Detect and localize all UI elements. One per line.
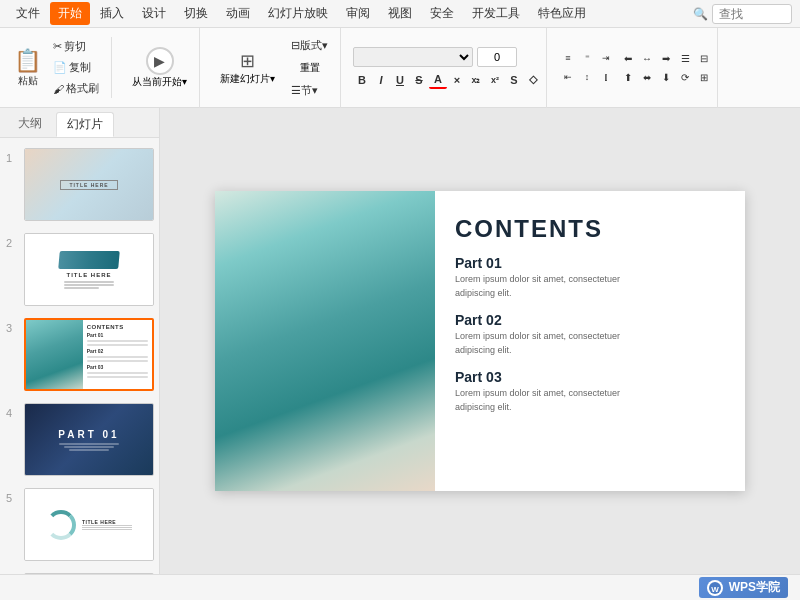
menu-insert[interactable]: 插入: [92, 2, 132, 25]
slide-item-4[interactable]: 4 PART 01: [4, 401, 155, 478]
slide-part-3-text: Lorem ipsum dolor sit amet, consectetuer…: [455, 387, 635, 414]
slide-thumb-6: TITLE HERE: [24, 573, 154, 574]
layout-button[interactable]: ⊟ 版式▾: [287, 36, 332, 55]
wps-badge[interactable]: W WPS学院: [699, 577, 788, 598]
title-bar: 文件 开始 插入 设计 切换 动画 幻灯片放映 审阅 视图 安全 开发工具 特色…: [0, 0, 800, 28]
copy-button[interactable]: 📄 复制: [49, 58, 103, 77]
slide-item-5[interactable]: 5 TITLE HERE: [4, 486, 155, 563]
align-justify-button[interactable]: ☰: [676, 49, 694, 67]
paste-icon: 📋: [14, 48, 41, 74]
copy-icon: 📄: [53, 61, 67, 74]
menu-design[interactable]: 设计: [134, 2, 174, 25]
smart-art-button[interactable]: ⊞: [695, 68, 713, 86]
cut-button[interactable]: ✂ 剪切: [49, 37, 103, 56]
list-buttons: ≡ ⁼ ⇥ ⇤ ↕ ⫿: [559, 49, 615, 86]
reset-label: 重置: [300, 61, 320, 75]
new-slide-icon: ⊞: [240, 50, 255, 72]
numbered-list-button[interactable]: ⁼: [578, 49, 596, 67]
slide-part-1: Part 01 Lorem ipsum dolor sit amet, cons…: [455, 255, 725, 300]
clipboard-group: 📋 粘贴 ✂ 剪切 📄 复制 🖌 格式刷: [8, 37, 112, 98]
menu-file[interactable]: 文件: [8, 2, 48, 25]
slide-canvas[interactable]: CONTENTS Part 01 Lorem ipsum dolor sit a…: [215, 191, 745, 491]
text-shadow-button[interactable]: S: [505, 71, 523, 89]
play-from-current-button[interactable]: ▶ 从当前开始▾: [124, 43, 195, 93]
clear-format-button[interactable]: ×: [448, 71, 466, 89]
font-family-select[interactable]: [353, 47, 473, 67]
format-painter-button[interactable]: 🖌 格式刷: [49, 79, 103, 98]
slide-part-3: Part 03 Lorem ipsum dolor sit amet, cons…: [455, 369, 725, 414]
menu-view[interactable]: 视图: [380, 2, 420, 25]
layout-label: 版式▾: [300, 38, 328, 53]
valign-bottom-button[interactable]: ⬇: [657, 68, 675, 86]
superscript-button[interactable]: x²: [486, 71, 504, 89]
cut-label: 剪切: [64, 39, 86, 54]
slide-item-1[interactable]: 1 TITLE HERE: [4, 146, 155, 223]
slide-part-2: Part 02 Lorem ipsum dolor sit amet, cons…: [455, 312, 725, 357]
menu-devtools[interactable]: 开发工具: [464, 2, 528, 25]
new-slide-label: 新建幻灯片▾: [220, 72, 275, 86]
slide-part-1-title: Part 01: [455, 255, 725, 271]
menu-bar: 文件 开始 插入 设计 切换 动画 幻灯片放映 审阅 视图 安全 开发工具 特色…: [8, 2, 594, 25]
shape-text-button[interactable]: ◇: [524, 71, 542, 89]
columns-button[interactable]: ⫿: [597, 68, 615, 86]
clipboard-sub-group: ✂ 剪切 📄 复制 🖌 格式刷: [49, 37, 103, 98]
underline-button[interactable]: U: [391, 71, 409, 89]
line-spacing-button[interactable]: ↕: [578, 68, 596, 86]
paragraph-group: ≡ ⁼ ⇥ ⇤ ↕ ⫿ ⬅ ↔ ➡ ☰ ⊟ ⬆ ⬌ ⬇ ⟳ ⊞: [555, 28, 718, 108]
menu-review[interactable]: 审阅: [338, 2, 378, 25]
menu-transition[interactable]: 切换: [176, 2, 216, 25]
section-label: 节▾: [301, 83, 318, 98]
text-direction-button[interactable]: ⟳: [676, 68, 694, 86]
align-distribute-button[interactable]: ⊟: [695, 49, 713, 67]
indent-decrease-button[interactable]: ⇤: [559, 68, 577, 86]
new-slide-button[interactable]: ⊞ 新建幻灯片▾: [212, 48, 283, 88]
tab-slides[interactable]: 幻灯片: [56, 112, 114, 137]
canvas-area[interactable]: CONTENTS Part 01 Lorem ipsum dolor sit a…: [160, 108, 800, 574]
valign-top-button[interactable]: ⬆: [619, 68, 637, 86]
menu-start[interactable]: 开始: [50, 2, 90, 25]
bold-button[interactable]: B: [353, 71, 371, 89]
search-input[interactable]: [712, 4, 792, 24]
svg-text:W: W: [711, 584, 719, 593]
alignment-buttons: ⬅ ↔ ➡ ☰ ⊟ ⬆ ⬌ ⬇ ⟳ ⊞: [619, 49, 713, 86]
slide-part-2-text: Lorem ipsum dolor sit amet, consectetuer…: [455, 330, 635, 357]
align-left-button[interactable]: ⬅: [619, 49, 637, 67]
font-size-input[interactable]: 0: [477, 47, 517, 67]
format-painter-label: 格式刷: [66, 81, 99, 96]
slide-image: [215, 191, 435, 491]
toolbar: 📋 粘贴 ✂ 剪切 📄 复制 🖌 格式刷 ▶ 从当前开始▾: [0, 28, 800, 108]
strikethrough-button[interactable]: S: [410, 71, 428, 89]
menu-features[interactable]: 特色应用: [530, 2, 594, 25]
align-center-button[interactable]: ↔: [638, 49, 656, 67]
bullet-list-button[interactable]: ≡: [559, 49, 577, 67]
slide-part-2-title: Part 02: [455, 312, 725, 328]
wps-icon: W: [707, 580, 723, 596]
slide-item-2[interactable]: 2 TITLE HERE: [4, 231, 155, 308]
slide-thumb-2: TITLE HERE: [24, 233, 154, 306]
slide-panel: 大纲 幻灯片 1 TITLE HERE 2: [0, 108, 160, 574]
subscript-button[interactable]: x₂: [467, 71, 485, 89]
paste-button[interactable]: 📋 粘贴: [8, 44, 47, 92]
slide-part-3-title: Part 03: [455, 369, 725, 385]
align-right-button[interactable]: ➡: [657, 49, 675, 67]
slide-thumb-3: CONTENTS Part 01 Part 02 Part 03: [24, 318, 154, 391]
wps-label: WPS学院: [729, 579, 780, 596]
menu-security[interactable]: 安全: [422, 2, 462, 25]
menu-animation[interactable]: 动画: [218, 2, 258, 25]
slideshow-group: ▶ 从当前开始▾: [120, 28, 200, 108]
section-button[interactable]: ☰ 节▾: [287, 81, 332, 100]
section-icon: ☰: [291, 84, 301, 97]
slide-item-6[interactable]: 6 TITLE HERE: [4, 571, 155, 574]
slide-number-4: 4: [6, 407, 20, 419]
slide-item-3[interactable]: 3 CONTENTS Part 01 Part 02 Part 03: [4, 316, 155, 393]
tab-outline[interactable]: 大纲: [8, 112, 52, 137]
italic-button[interactable]: I: [372, 71, 390, 89]
paste-label: 粘贴: [18, 74, 38, 88]
slide-number-3: 3: [6, 322, 20, 334]
valign-middle-button[interactable]: ⬌: [638, 68, 656, 86]
menu-slideshow[interactable]: 幻灯片放映: [260, 2, 336, 25]
font-group: 0 B I U S A × x₂ x² S ◇: [349, 28, 547, 108]
reset-button[interactable]: 重置: [287, 57, 332, 79]
font-color-button[interactable]: A: [429, 71, 447, 89]
indent-increase-button[interactable]: ⇥: [597, 49, 615, 67]
